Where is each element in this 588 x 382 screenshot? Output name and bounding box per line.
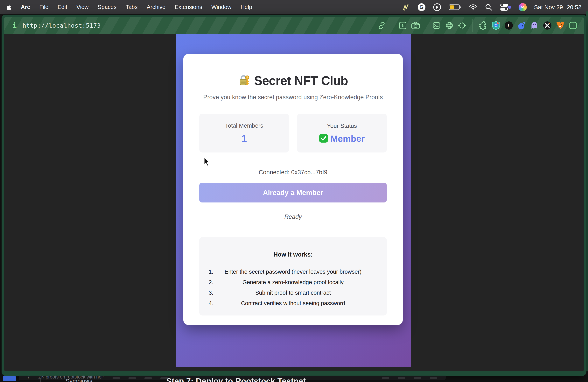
list-item: 4. Contract verifies without seeing pass… [209, 300, 378, 307]
list-text: Contract verifies without seeing passwor… [220, 300, 367, 307]
list-number: 3. [209, 290, 220, 296]
menu-item-view[interactable]: View [76, 4, 88, 10]
browser-viewport: Secret NFT Club Prove you know the secre… [4, 34, 584, 371]
toolbar-actions: L [377, 19, 578, 32]
statusbar-item [382, 377, 389, 379]
list-number: 1. [209, 269, 220, 275]
menu-item-spaces[interactable]: Spaces [98, 4, 116, 10]
page-title: Secret NFT Club [254, 74, 348, 88]
how-it-works-box: How it works: 1. Enter the secret passwo… [199, 237, 387, 316]
phantom-ghost-extension-icon[interactable] [530, 21, 539, 30]
connected-address: Connected: 0x37cb...7bf9 [199, 169, 387, 176]
list-item: 3. Submit proof to smart contract [209, 290, 378, 296]
background-remote-badge [3, 376, 16, 381]
target-icon[interactable] [458, 21, 467, 30]
list-item: 1. Enter the secret password (never leav… [209, 269, 378, 275]
menu-clock[interactable]: Sat Nov 29 20:52 [534, 4, 582, 11]
list-text: Enter the secret password (never leaves … [220, 269, 367, 275]
address-bar-url[interactable]: http://localhost:5173 [22, 22, 101, 29]
stat-label: Your Status [327, 123, 357, 129]
menu-item-window[interactable]: Window [211, 4, 231, 10]
apple-menu-icon[interactable] [7, 4, 12, 10]
statusbar-item [430, 377, 437, 379]
mouse-cursor [203, 157, 212, 168]
total-members-box: Total Members 1 [199, 114, 289, 152]
script-l-extension-icon[interactable]: L [504, 21, 513, 30]
menu-item-help[interactable]: Help [241, 4, 252, 10]
member-status-value: Member [330, 134, 365, 143]
webpage-background: Secret NFT Club Prove you know the secre… [176, 34, 411, 367]
statusbar-item [398, 377, 405, 379]
list-text: Generate a zero-knowledge proof locally [220, 279, 367, 286]
terminal-icon[interactable] [432, 21, 441, 30]
divider [40, 379, 41, 382]
gallery-icon[interactable] [398, 21, 407, 30]
your-status-box: Your Status Member [297, 114, 387, 152]
statusbar-item [128, 377, 136, 379]
statusbar-item [145, 377, 152, 379]
lock-with-key-emoji [238, 74, 250, 87]
shield-extension-icon[interactable] [492, 21, 501, 30]
statusbar-item [414, 377, 421, 379]
how-it-works-heading: How it works: [209, 251, 378, 258]
status-text: Ready [199, 213, 387, 220]
search-icon[interactable] [485, 3, 493, 11]
statusbar-badge: 7 [27, 376, 30, 380]
x-wallet-extension-icon[interactable] [543, 21, 552, 30]
secret-nft-club-card: Secret NFT Club Prove you know the secre… [183, 54, 403, 325]
camera-icon[interactable] [411, 21, 420, 30]
menu-item-tabs[interactable]: Tabs [126, 4, 137, 10]
metamask-fox-icon[interactable] [556, 21, 565, 30]
browser-toolbar: i http://localhost:5173 [4, 17, 584, 34]
infinity-app-icon[interactable]: ∞ [519, 3, 527, 11]
chart-icon[interactable] [401, 3, 410, 11]
menu-item-archive[interactable]: Archive [147, 4, 166, 10]
arc-browser-window: i http://localhost:5173 [1, 15, 587, 376]
divider [450, 377, 450, 382]
statusbar-item [113, 377, 120, 379]
play-circle-icon[interactable] [433, 3, 441, 11]
menu-item-extensions[interactable]: Extensions [175, 4, 202, 10]
toolbar-separator [426, 19, 426, 32]
how-it-works-list: 1. Enter the secret password (never leav… [209, 269, 378, 307]
clock-date: Sat Nov 29 [534, 4, 563, 11]
background-tab-label: Symbiosis [66, 378, 92, 382]
menu-bar: Arc File Edit View Spaces Tabs Archive E… [0, 0, 588, 14]
clock-time: 20:52 [567, 4, 581, 11]
puzzle-icon[interactable] [479, 21, 488, 30]
split-view-icon[interactable] [568, 21, 578, 30]
battery-icon[interactable] [449, 4, 462, 11]
list-item: 2. Generate a zero-knowledge proof local… [209, 279, 378, 286]
stats-row: Total Members 1 Your Status [199, 114, 387, 152]
link-icon[interactable] [377, 21, 386, 30]
toolbar-separator [392, 19, 392, 32]
desktop-screen: Arc File Edit View Spaces Tabs Archive E… [0, 0, 588, 382]
list-number: 4. [209, 300, 220, 307]
already-member-button[interactable]: Already a Member [199, 183, 387, 202]
blue-mascot-extension-icon[interactable] [517, 21, 526, 30]
globe-icon[interactable] [445, 21, 454, 30]
menu-item-edit[interactable]: Edit [58, 4, 67, 10]
menu-item-file[interactable]: File [39, 4, 48, 10]
toolbar-separator [473, 19, 473, 32]
page-subtitle: Prove you know the secret password using… [199, 94, 387, 101]
check-mark-emoji [319, 134, 328, 144]
svg-text:L: L [507, 22, 510, 28]
list-number: 2. [209, 279, 220, 286]
list-text: Submit proof to smart contract [220, 290, 367, 296]
total-members-value: 1 [241, 134, 247, 144]
stat-label: Total Members [225, 122, 263, 129]
menu-app-name[interactable]: Arc [21, 4, 30, 10]
grammarly-icon[interactable]: G [418, 3, 426, 11]
wifi-icon[interactable] [469, 4, 477, 11]
control-center-icon[interactable] [500, 3, 511, 11]
background-doc-heading: Step 7: Deploy to Rootstock Testnet [166, 377, 306, 382]
svg-text:G: G [420, 4, 424, 10]
site-info-icon[interactable]: i [12, 21, 17, 30]
